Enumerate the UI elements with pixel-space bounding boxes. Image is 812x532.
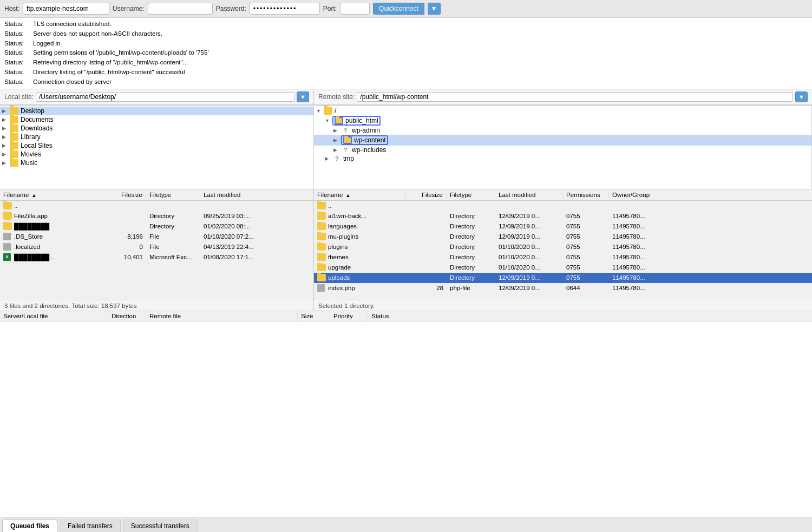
file-cell-modified: 12/09/2019 0... (495, 233, 563, 240)
tree-arrow: ▶ (2, 160, 10, 166)
local-tree-item[interactable]: ▶Music (0, 159, 313, 167)
tree-label: Local Sites (21, 142, 53, 149)
transfer-body (0, 321, 812, 517)
transfer-col-status[interactable]: Status (368, 311, 812, 321)
file-cell-size (406, 205, 447, 206)
remote-file-row[interactable]: mu-plugins Directory 12/09/2019 0... 075… (314, 232, 812, 242)
quickconnect-dropdown-button[interactable]: ▼ (428, 3, 441, 15)
tree-arrow: ▼ (325, 118, 332, 123)
tree-section: ▶Desktop▶Documents▶Downloads▶Library▶Loc… (0, 106, 812, 189)
transfer-col-server[interactable]: Server/Local file (0, 311, 108, 321)
remote-tree-item[interactable]: ▶?tmp (314, 154, 811, 163)
remote-file-row[interactable]: index.php 28 php-file 12/09/2019 0... 06… (314, 283, 812, 293)
bottom-tab[interactable]: Failed transfers (60, 520, 121, 532)
remote-file-row[interactable]: ai1wm-back... Directory 12/09/2019 0... … (314, 211, 812, 221)
file-cell-type: Microsoft Exc... (146, 253, 200, 261)
local-tree-item[interactable]: ▶Library (0, 133, 313, 141)
local-tree-item[interactable]: ▶Movies (0, 150, 313, 159)
tree-label: Desktop (21, 107, 44, 115)
file-cell-owner: 11495780... (609, 243, 812, 251)
remote-tree-item[interactable]: ▼/ (314, 107, 811, 115)
folder-icon (10, 142, 18, 149)
local-tree-item[interactable]: ▶Downloads (0, 124, 313, 133)
remote-file-row[interactable]: plugins Directory 01/10/2020 0... 0755 1… (314, 242, 812, 252)
remote-site-dropdown[interactable]: ▼ (795, 91, 808, 102)
transfer-col-remote[interactable]: Remote file (146, 311, 298, 321)
status-text: Server does not support non-ASCII charac… (33, 29, 162, 39)
port-input[interactable] (340, 3, 370, 15)
local-site-path[interactable] (36, 92, 294, 102)
local-tree-item[interactable]: ▶Local Sites (0, 141, 313, 150)
quickconnect-button[interactable]: Quickconnect (373, 3, 424, 15)
local-col-filetype[interactable]: Filetype (146, 191, 200, 199)
remote-col-filename[interactable]: Filename ▲ (314, 191, 406, 199)
remote-col-filesize[interactable]: Filesize (406, 191, 447, 199)
local-tree-pane: ▶Desktop▶Documents▶Downloads▶Library▶Loc… (0, 106, 314, 189)
status-label: Status: (4, 58, 29, 68)
file-cell-type (447, 205, 495, 206)
tree-label: Movies (21, 150, 41, 158)
bottom-tab[interactable]: Successful transfers (123, 520, 198, 532)
folder-icon (317, 202, 326, 209)
local-file-row[interactable]: ████████ Directory 01/02/2020 08:... (0, 221, 313, 232)
transfer-col-direction[interactable]: Direction (108, 311, 146, 321)
host-input[interactable] (23, 3, 109, 15)
file-cell-size (406, 246, 447, 247)
file-cell-name: .. (314, 201, 406, 210)
bottom-tab[interactable]: Queued files (2, 520, 57, 532)
status-line: Status:TLS connection established. (4, 19, 808, 29)
local-site-dropdown[interactable]: ▼ (297, 91, 309, 102)
remote-col-perms[interactable]: Permissions (563, 191, 609, 199)
local-file-row[interactable]: .localized 0 File 04/13/2019 22:4... (0, 242, 313, 252)
remote-file-row[interactable]: languages Directory 12/09/2019 0... 0755… (314, 221, 812, 232)
local-file-row[interactable]: .. (0, 201, 313, 211)
remote-col-owner[interactable]: Owner/Group (609, 191, 812, 199)
status-line: Status:Setting permissions of '/public_h… (4, 48, 808, 58)
local-tree-item[interactable]: ▶Desktop (0, 107, 313, 115)
file-cell-name: upgrade (314, 263, 406, 272)
transfer-col-priority[interactable]: Priority (330, 311, 368, 321)
remote-tree-item[interactable]: ▶?wp-includes (314, 146, 811, 154)
file-cell-name: index.php (314, 284, 406, 292)
folder-icon (10, 150, 18, 158)
remote-site-label: Remote site: (318, 93, 355, 101)
status-label: Status: (4, 19, 29, 29)
file-cell-name: plugins (314, 242, 406, 251)
local-file-row[interactable]: .DS_Store 8,196 File 01/10/2020 07:2... (0, 232, 313, 242)
remote-file-body: .. ai1wm-back... Directory 12/09/2019 0.… (314, 201, 812, 301)
password-input[interactable] (250, 3, 320, 15)
transfer-col-size[interactable]: Size (298, 311, 330, 321)
status-label: Status: (4, 29, 29, 39)
remote-file-row[interactable]: upgrade Directory 01/10/2020 0... 0755 1… (314, 262, 812, 273)
status-label: Status: (4, 39, 29, 49)
file-cell-size: 0 (108, 243, 146, 251)
status-line: Status:Retrieving directory listing of "… (4, 58, 808, 68)
remote-tree-item[interactable]: ▶?wp-admin (314, 126, 811, 135)
remote-tree-item[interactable]: ▼public_html (314, 115, 811, 126)
local-file-row[interactable]: FileZilla.app Directory 09/25/2019 03:..… (0, 211, 313, 221)
password-label: Password: (216, 5, 246, 12)
local-tree-item[interactable]: ▶Documents (0, 115, 313, 124)
file-cell-perms: 0755 (563, 253, 609, 261)
remote-file-row[interactable]: .. (314, 201, 812, 211)
remote-file-row[interactable]: uploads Directory 12/09/2019 0... 0755 1… (314, 273, 812, 283)
status-text: Connection closed by server (33, 77, 112, 87)
remote-col-filetype[interactable]: Filetype (447, 191, 495, 199)
username-input[interactable] (148, 3, 213, 15)
local-col-filename[interactable]: Filename ▲ (0, 191, 108, 199)
local-col-filesize[interactable]: Filesize (108, 191, 146, 199)
tree-label: Library (21, 133, 41, 141)
remote-tree-pane: ▼/▼public_html▶?wp-admin▶wp-content▶?wp-… (314, 106, 812, 189)
toolbar: Host: Username: Password: Port: Quickcon… (0, 0, 812, 18)
local-col-lastmod[interactable]: Last modified (200, 191, 313, 199)
file-cell-owner: 11495780... (609, 222, 812, 230)
file-cell-size (406, 226, 447, 227)
remote-file-row[interactable]: themes Directory 01/10/2020 0... 0755 11… (314, 252, 812, 262)
local-file-row[interactable]: X████████... 10,401 Microsoft Exc... 01/… (0, 252, 313, 262)
remote-col-lastmod[interactable]: Last modified (495, 191, 563, 199)
transfer-header: Server/Local file Direction Remote file … (0, 311, 812, 321)
remote-site-path[interactable] (357, 92, 793, 102)
remote-tree-item[interactable]: ▶wp-content (314, 135, 811, 146)
tree-arrow: ▶ (333, 128, 341, 133)
file-cell-modified: 12/09/2019 0... (495, 212, 563, 220)
